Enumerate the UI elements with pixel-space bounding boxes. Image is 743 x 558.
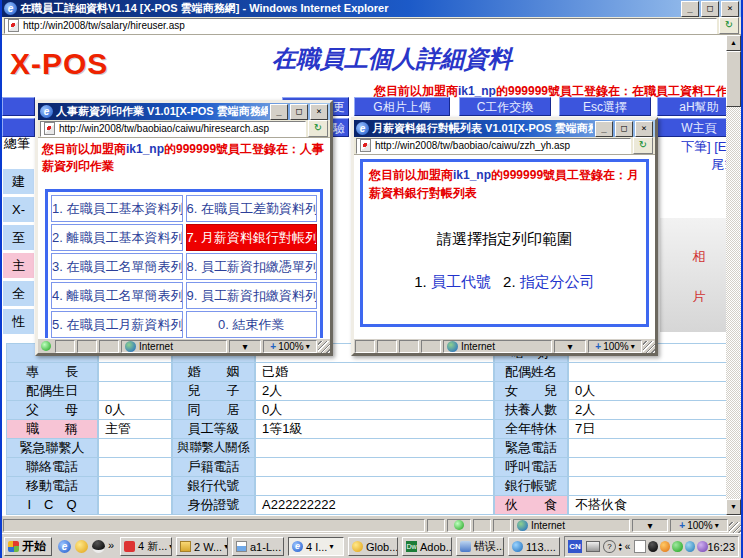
task-label: 4 新... <box>138 539 167 554</box>
menu-item-0-exit[interactable]: 0. 結束作業 <box>186 311 318 338</box>
scroll-down-arrow[interactable]: ▼ <box>726 499 741 515</box>
tray-collapse-chevron[interactable]: « <box>625 541 631 552</box>
zoom-level: 100% <box>278 341 304 352</box>
maximize-button[interactable]: □ <box>701 1 719 17</box>
desktop: e 在職員工詳細資料V1.14 [X-POS 雲端商務網] - Windows … <box>0 0 743 558</box>
popup1-address-bar: http://win2008/tw/baobiao/caiwu/hiresear… <box>38 120 330 138</box>
resize-grip[interactable] <box>318 341 330 353</box>
blue-tray-icon[interactable] <box>685 541 695 552</box>
language-indicator[interactable]: CN <box>568 540 582 553</box>
taskbar-button-7[interactable]: 错误... <box>456 537 504 556</box>
nav-button-work-exchange[interactable]: C工作交換 <box>459 97 551 116</box>
option-employee-code-link[interactable]: 員工代號 <box>431 273 491 290</box>
task-label: Glob... <box>366 541 398 553</box>
menu-item-2[interactable]: 2. 離職員工基本資料列表 <box>51 224 183 251</box>
main-status-bar: Internet ▾ +100%▾ <box>2 515 741 534</box>
print-range-panel: 您目前以加盟商ik1_np的999999號員工登錄在：月薪資料銀行對帳列表 請選… <box>360 159 649 327</box>
notice-suffix: 號員工登錄在： <box>548 84 632 98</box>
popup2-close-button[interactable]: × <box>635 121 653 137</box>
dreamweaver-icon: Dw <box>406 541 417 552</box>
help-tray-icon[interactable]: ? <box>603 540 615 553</box>
orange-tray-icon[interactable] <box>660 541 670 552</box>
quicklaunch-ie-icon[interactable]: e <box>58 540 71 553</box>
printer-tray-icon[interactable] <box>586 541 600 552</box>
zoom-pane[interactable]: +100%▾ <box>670 519 728 532</box>
quicklaunch-messenger-icon[interactable] <box>75 540 88 553</box>
popup1-restore-button[interactable]: □ <box>290 104 308 120</box>
popup2-minimize-button[interactable]: _ <box>595 121 613 137</box>
menu-item-3[interactable]: 3. 在職員工名單簡表列表 <box>51 253 183 280</box>
nav-button-fragment-1[interactable] <box>2 97 35 116</box>
option-branch-link[interactable]: 指定分公司 <box>520 273 595 290</box>
form-label-job-title: 職 稱 <box>6 420 98 439</box>
popup1-close-button[interactable]: × <box>310 104 328 120</box>
menu-item-9[interactable]: 9. 員工薪資扣繳資料列表 <box>186 282 318 309</box>
menu-item-6[interactable]: 6. 在職員工差勤資料列表 <box>186 195 318 222</box>
minimize-button[interactable]: _ <box>681 1 699 17</box>
form-label-icq: I C Q <box>6 496 98 515</box>
popup2-restore-button[interactable]: □ <box>615 121 633 137</box>
popup1-title-bar[interactable]: e 人事薪資列印作業 V1.01[X-POS 雲端商務網] - Wi... _ … <box>38 103 330 120</box>
total-records-label: 總筆 <box>4 135 30 153</box>
task-label: 4 I... <box>306 541 327 553</box>
start-button[interactable]: 开始 <box>4 537 52 556</box>
zoom-pane[interactable]: +100%▾ <box>588 340 642 353</box>
protected-mode-pane[interactable]: ▾ <box>229 340 261 353</box>
quicklaunch-overflow-chevron[interactable]: » <box>108 539 114 551</box>
notice-number: 999999 <box>508 84 548 98</box>
main-scrollbar[interactable]: ▲ ▼ <box>726 35 741 515</box>
taskbar-button-group-1[interactable]: 4 新...▾ <box>120 537 172 556</box>
zoom-pane[interactable]: +100%▾ <box>263 340 317 353</box>
page-title: 在職員工個人詳細資料 <box>222 43 562 75</box>
taskbar-button-3[interactable]: a1-L... <box>232 537 284 556</box>
menu-item-8[interactable]: 8. 員工薪資扣繳憑單列表 <box>186 253 318 280</box>
popup1-refresh-button[interactable]: ↻ <box>308 120 328 137</box>
taskbar-button-6[interactable]: Dw Adob... <box>402 537 452 556</box>
form-label-pager-phone: 呼叫電話 <box>494 458 568 477</box>
form-value-meals: 不搭伙食 <box>568 496 733 515</box>
taskbar-button-group-ie-active[interactable]: e 4 I...▾ <box>288 537 344 556</box>
popup-bank-report-window[interactable]: e 月薪資料銀行對帳列表 V1.01[X-POS 雲端商務網] - ... _ … <box>351 117 658 356</box>
menu-item-1[interactable]: 1. 在職員工基本資料列表 <box>51 195 183 222</box>
popup2-refresh-button[interactable]: ↻ <box>633 137 653 154</box>
green-tray-icon[interactable] <box>672 541 682 552</box>
ie-icon: e <box>356 122 369 135</box>
purple-tray-icon[interactable] <box>697 541 707 552</box>
employee-form-table: 嗜 好 專 長婚 姻已婚配偶姓名 配偶生日兒 子2人女 兒0人 父 母0人同 居… <box>6 343 733 534</box>
popup2-status-bar: Internet ▾ +100%▾ <box>354 338 655 353</box>
main-address-input[interactable]: http://win2008/tw/salary/hireuser.asp <box>4 18 717 34</box>
form-label-specialty: 專 長 <box>6 363 98 382</box>
popup1-address-input[interactable]: http://win2008/tw/baobiao/caiwu/hiresear… <box>40 121 306 137</box>
scroll-up-arrow[interactable]: ▲ <box>726 35 741 51</box>
main-window-title: 在職員工詳細資料V1.14 [X-POS 雲端商務網] - Windows In… <box>20 1 679 16</box>
status-zone-label: Internet <box>531 520 565 531</box>
menu-item-4[interactable]: 4. 離職員工名單簡表列表 <box>51 282 183 309</box>
scrollbar-thumb[interactable] <box>726 51 741 107</box>
menu-item-7-selected[interactable]: 7. 月薪資料銀行對帳列表 <box>186 224 318 251</box>
popup-print-jobs-window[interactable]: e 人事薪資列印作業 V1.01[X-POS 雲端商務網] - Wi... _ … <box>35 100 333 356</box>
nav-button-photo-upload[interactable]: G相片上傳 <box>354 97 450 116</box>
print-range-options: 1. 員工代號 2. 指定分公司 <box>369 273 640 292</box>
form-label-bank-account: 銀行帳號 <box>494 477 568 496</box>
menu-item-5[interactable]: 5. 在職員工月薪資料列表 <box>51 311 183 338</box>
protected-mode-pane[interactable]: ▾ <box>632 519 668 532</box>
protected-mode-pane[interactable]: ▾ <box>554 340 586 353</box>
ie-icon: e <box>4 2 17 15</box>
refresh-button[interactable]: ↻ <box>719 17 739 34</box>
taskbar-button-5[interactable]: Glob... <box>348 537 398 556</box>
qq-tray-icon[interactable] <box>648 541 658 552</box>
popup2-address-input[interactable]: http://win2008/tw/baobiao/caiwu/zzh_yh.a… <box>356 138 631 154</box>
notepad-tray-icon[interactable] <box>634 540 645 553</box>
quicklaunch-qq-icon[interactable] <box>92 540 105 553</box>
taskbar-button-8[interactable]: 113.... <box>508 537 560 556</box>
resize-grip[interactable] <box>643 341 655 353</box>
tray-updown-arrows[interactable]: ▴▾ <box>619 542 622 552</box>
status-pane <box>427 519 445 532</box>
taskbar-button-group-2[interactable]: 2 W...▾ <box>176 537 228 556</box>
popup1-minimize-button[interactable]: _ <box>270 104 288 120</box>
nav-button-esc-select[interactable]: Esc選擇 <box>559 97 651 116</box>
close-button[interactable]: × <box>721 1 739 17</box>
main-title-bar[interactable]: e 在職員工詳細資料V1.14 [X-POS 雲端商務網] - Windows … <box>2 0 741 17</box>
ie-icon: e <box>292 541 303 552</box>
popup2-title-bar[interactable]: e 月薪資料銀行對帳列表 V1.01[X-POS 雲端商務網] - ... _ … <box>354 120 655 137</box>
